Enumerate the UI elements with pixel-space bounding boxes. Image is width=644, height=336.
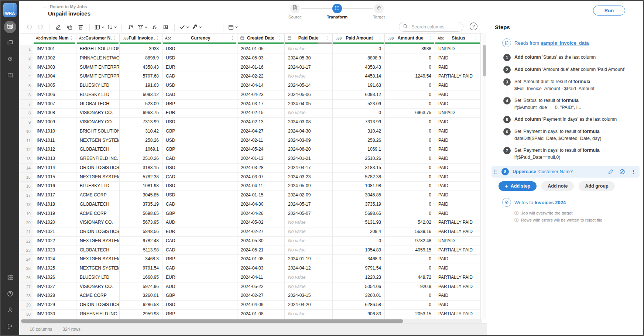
table-cell[interactable]: GBP	[162, 100, 237, 109]
undo-button[interactable]	[25, 23, 34, 32]
table-cell[interactable]: NEXTGEN SYSTEMS	[76, 255, 120, 264]
table-cell[interactable]: CAD	[162, 173, 237, 182]
row-number[interactable]: 7	[19, 100, 33, 109]
table-cell[interactable]: INV-1012	[33, 145, 76, 154]
sidebar-item-apps[interactable]	[4, 272, 16, 284]
table-cell[interactable]: 0	[385, 301, 435, 310]
table-cell[interactable]: USD	[162, 136, 237, 145]
table-cell[interactable]: 4358.43	[120, 63, 162, 72]
table-cell[interactable]: 9782.48	[385, 237, 435, 246]
row-number[interactable]: 13	[19, 154, 33, 164]
add-note-button[interactable]: Add note	[541, 181, 574, 191]
table-cell[interactable]: 2024-02-13	[237, 118, 285, 127]
table-cell[interactable]: CAD	[162, 246, 237, 255]
table-cell[interactable]: VISIONARY CO.	[76, 218, 120, 227]
table-cell[interactable]: 2024-03-09	[285, 136, 333, 145]
table-cell[interactable]: No value	[285, 273, 333, 282]
row-number[interactable]: 30	[19, 310, 33, 319]
table-cell[interactable]: 6286.58	[120, 301, 162, 310]
table-cell[interactable]: 0	[385, 164, 435, 173]
table-cell[interactable]: 5131.93	[333, 218, 385, 227]
table-cell[interactable]: 2024-01-05	[237, 45, 285, 54]
table-cell[interactable]: INV-1029	[33, 301, 76, 310]
step-menu-icon[interactable]: ⋮	[631, 169, 636, 175]
table-cell[interactable]: 0	[385, 90, 435, 100]
table-cell[interactable]: No value	[285, 45, 333, 54]
table-cell[interactable]: INV-1022	[33, 237, 76, 246]
table-cell[interactable]: 523.09	[333, 100, 385, 109]
table-cell[interactable]: 2024-05-30	[237, 237, 285, 246]
table-cell[interactable]: INV-1009	[33, 118, 76, 127]
row-number[interactable]: 25	[19, 264, 33, 273]
run-button[interactable]: Run	[593, 6, 625, 16]
table-cell[interactable]: 2024-05-30	[285, 54, 333, 63]
step-item[interactable]: 7Set 'Payment in days' to result of form…	[495, 147, 638, 161]
horizontal-scrollbar[interactable]	[19, 319, 482, 323]
table-cell[interactable]: 5054.06	[333, 282, 385, 292]
row-number[interactable]: 28	[19, 291, 33, 301]
table-cell[interactable]: 3735.19	[333, 200, 385, 209]
recipe-book-button[interactable]	[161, 23, 170, 32]
row-number[interactable]: 18	[19, 200, 33, 209]
table-cell[interactable]: No value	[285, 237, 333, 246]
row-number[interactable]: 12	[19, 145, 33, 154]
validate-button[interactable]	[179, 23, 189, 32]
row-number[interactable]: 15	[19, 173, 33, 182]
table-cell[interactable]: 5974.96	[120, 282, 162, 292]
table-cell[interactable]: 0	[385, 127, 435, 136]
table-cell[interactable]: 1069.1	[333, 145, 385, 154]
table-cell[interactable]: 0	[385, 255, 435, 264]
table-cell[interactable]: UNPAID	[435, 237, 481, 246]
table-cell[interactable]: PAID	[435, 145, 481, 154]
table-cell[interactable]: 8898.9	[120, 54, 162, 63]
table-cell[interactable]: SUMMIT ENTERPRISES	[76, 72, 120, 81]
filter-button[interactable]	[137, 23, 148, 32]
table-cell[interactable]: 0	[333, 109, 385, 118]
sort-button[interactable]	[107, 23, 117, 32]
table-cell[interactable]: INV-1030	[33, 310, 76, 319]
table-cell[interactable]: INV-1006	[33, 90, 76, 100]
table-cell[interactable]: 2053.15	[385, 310, 435, 319]
table-cell[interactable]: USD	[162, 45, 237, 54]
table-cell[interactable]: 4358.43	[333, 63, 385, 72]
table-cell[interactable]: PAID	[435, 127, 481, 136]
table-cell[interactable]: 0	[385, 63, 435, 72]
table-cell[interactable]: BRIGHT SOLUTIONS	[76, 45, 120, 54]
table-cell[interactable]: 3938	[385, 45, 435, 54]
column-header[interactable]: .00Amount due⋮	[385, 34, 435, 45]
table-cell[interactable]: 0	[385, 54, 435, 63]
table-cell[interactable]: 3938	[120, 45, 162, 54]
drag-handle-icon[interactable]	[493, 169, 497, 175]
copy-button[interactable]	[65, 23, 74, 32]
table-cell[interactable]: 2024-01-19	[285, 255, 333, 264]
row-number[interactable]: 5	[19, 81, 33, 90]
table-cell[interactable]: BLUESKY LTD	[76, 81, 120, 90]
table-cell[interactable]: 2024-05-07	[285, 209, 333, 219]
table-cell[interactable]: 0	[385, 154, 435, 164]
table-cell[interactable]: 9791.54	[333, 264, 385, 273]
tools-button[interactable]	[192, 23, 202, 32]
table-cell[interactable]: 1054.83	[333, 246, 385, 255]
table-cell[interactable]: 1069.1	[120, 145, 162, 154]
table-cell[interactable]: 6286.58	[333, 301, 385, 310]
table-cell[interactable]: 0	[385, 209, 435, 219]
table-cell[interactable]: PAID	[435, 81, 481, 90]
table-cell[interactable]: 2024-04-11	[237, 182, 285, 191]
table-cell[interactable]: GLOBALTECH	[76, 100, 120, 109]
table-cell[interactable]: 2024-05-09	[285, 182, 333, 191]
table-cell[interactable]: INV-1011	[33, 136, 76, 145]
table-cell[interactable]: 3183.15	[333, 164, 385, 173]
table-cell[interactable]: INV-1016	[33, 182, 76, 191]
column-header[interactable]: Paid Date⋮	[285, 34, 333, 45]
table-cell[interactable]: 2024-02-09	[285, 191, 333, 200]
row-number[interactable]: 19	[19, 209, 33, 219]
column-menu-icon[interactable]: ⋮	[473, 35, 479, 41]
table-cell[interactable]: 5782.38	[333, 173, 385, 182]
formula-button[interactable]: fx	[150, 23, 159, 32]
back-link[interactable]: ←Return to My Jobs	[42, 4, 87, 9]
row-number[interactable]: 4	[19, 72, 33, 81]
table-cell[interactable]: 2024-05-22	[237, 282, 285, 292]
table-cell[interactable]: No value	[285, 282, 333, 292]
table-cell[interactable]: 4059.15	[385, 246, 435, 255]
table-cell[interactable]: GLOBALTECH	[76, 246, 120, 255]
